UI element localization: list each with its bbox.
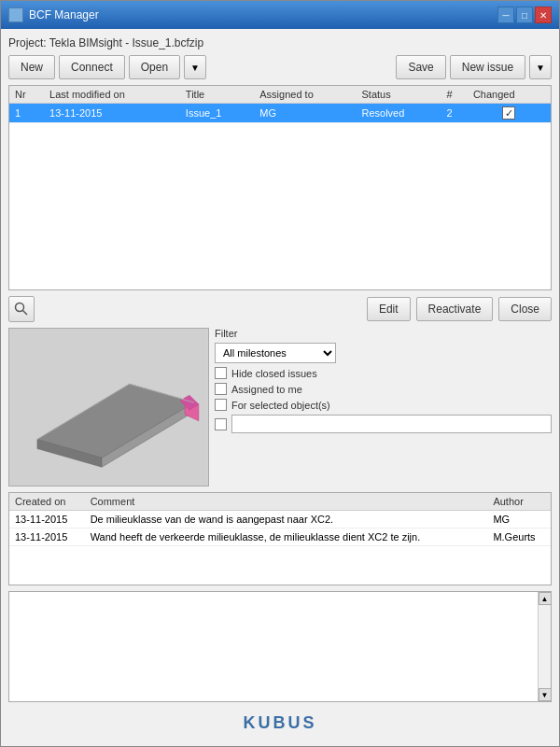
col-count: # [441, 86, 467, 104]
selected-objects-checkbox[interactable] [215, 399, 227, 411]
maximize-button[interactable]: □ [516, 7, 533, 23]
new-issue-button[interactable]: New issue [450, 55, 525, 79]
open-button[interactable]: Open [129, 55, 180, 79]
issue-nr: 1 [9, 104, 44, 123]
save-button[interactable]: Save [396, 55, 445, 79]
comments-table-wrapper: Created on Comment Author 13-11-2015 De … [8, 492, 552, 585]
scrollbar-up-arrow[interactable]: ▲ [539, 592, 552, 605]
close-issue-button[interactable]: Close [498, 297, 552, 321]
close-window-button[interactable]: ✕ [535, 7, 552, 23]
custom-filter-input[interactable] [231, 415, 552, 433]
hide-closed-label: Hide closed issues [231, 368, 317, 379]
bottom-text-area: ▲ ▼ [8, 591, 552, 702]
kubus-logo: KUBUS [8, 708, 552, 739]
new-issue-dropdown-button[interactable]: ▼ [529, 55, 552, 79]
filter-label: Filter [215, 328, 552, 339]
filter-panel: Filter All milestones Hide closed issues… [215, 328, 552, 486]
col-title: Title [180, 86, 254, 104]
action-row: Edit Reactivate Close [8, 296, 552, 322]
magnify-button[interactable] [8, 296, 35, 322]
table-row[interactable]: 1 13-11-2015 Issue_1 MG Resolved 2 ✓ [9, 104, 551, 123]
list-item: 13-11-2015 De milieuklasse van de wand i… [9, 511, 551, 529]
window-body: Project: Tekla BIMsight - Issue_1.bcfzip… [1, 29, 559, 746]
milestone-select[interactable]: All milestones [215, 343, 336, 363]
middle-row: Filter All milestones Hide closed issues… [8, 328, 552, 486]
project-label: Project: Tekla BIMsight - Issue_1.bcfzip [8, 36, 552, 49]
new-button[interactable]: New [8, 55, 55, 79]
search-icon [14, 302, 29, 317]
col-assigned-to: Assigned to [254, 86, 356, 104]
title-bar-left: BCF Manager [8, 7, 99, 22]
assigned-me-row: Assigned to me [215, 383, 552, 395]
custom-filter-checkbox[interactable] [215, 418, 227, 430]
bottom-section: Edit Reactivate Close [8, 296, 552, 702]
changed-checkbox[interactable]: ✓ [502, 106, 515, 120]
selected-objects-label: For selected object(s) [231, 400, 330, 411]
comment-created: 13-11-2015 [9, 511, 85, 529]
issue-assigned: MG [254, 104, 356, 123]
hide-closed-checkbox[interactable] [215, 367, 227, 379]
assigned-me-checkbox[interactable] [215, 383, 227, 395]
assigned-me-label: Assigned to me [231, 384, 302, 395]
comment-author: M.Geurts [487, 529, 551, 546]
scrollbar-vertical: ▲ ▼ [538, 592, 551, 701]
comment-text: De milieuklasse van de wand is aangepast… [85, 511, 488, 529]
comment-created: 13-11-2015 [9, 529, 85, 546]
selected-objects-row: For selected object(s) [215, 399, 552, 411]
connect-button[interactable]: Connect [59, 55, 125, 79]
issues-table: Nr Last modified on Title Assigned to St… [9, 86, 551, 123]
app-icon [8, 7, 23, 22]
comment-col-author: Author [487, 493, 551, 511]
list-item: 13-11-2015 Wand heeft de verkeerde milie… [9, 529, 551, 546]
scrollbar-down-arrow[interactable]: ▼ [539, 688, 552, 701]
edit-button[interactable]: Edit [367, 297, 411, 321]
title-bar: BCF Manager ─ □ ✕ [1, 1, 559, 29]
svg-point-0 [16, 303, 24, 312]
comment-col-comment: Comment [85, 493, 488, 511]
issue-changed: ✓ [468, 104, 551, 123]
comment-text: Wand heeft de verkeerde milieuklasse, de… [85, 529, 488, 546]
3d-preview-svg [9, 329, 208, 486]
issue-status: Resolved [356, 104, 441, 123]
toolbar: New Connect Open ▼ Save New issue ▼ [8, 55, 552, 79]
reactivate-button[interactable]: Reactivate [416, 297, 494, 321]
comment-author: MG [487, 511, 551, 529]
col-changed: Changed [468, 86, 551, 104]
title-controls: ─ □ ✕ [497, 7, 552, 23]
comments-table: Created on Comment Author 13-11-2015 De … [9, 493, 551, 546]
col-last-modified: Last modified on [44, 86, 180, 104]
issue-title: Issue_1 [180, 104, 254, 123]
issue-count: 2 [441, 104, 467, 123]
col-status: Status [356, 86, 441, 104]
minimize-button[interactable]: ─ [497, 7, 514, 23]
main-window: BCF Manager ─ □ ✕ Project: Tekla BIMsigh… [0, 0, 560, 747]
preview-box [8, 328, 209, 486]
col-nr: Nr [9, 86, 44, 104]
comment-col-created: Created on [9, 493, 85, 511]
custom-filter-row [215, 415, 552, 433]
open-dropdown-button[interactable]: ▼ [184, 55, 206, 79]
hide-closed-row: Hide closed issues [215, 367, 552, 379]
svg-line-1 [23, 311, 28, 316]
issue-modified: 13-11-2015 [44, 104, 180, 123]
window-title: BCF Manager [29, 8, 99, 21]
issues-table-wrapper: Nr Last modified on Title Assigned to St… [8, 85, 552, 290]
